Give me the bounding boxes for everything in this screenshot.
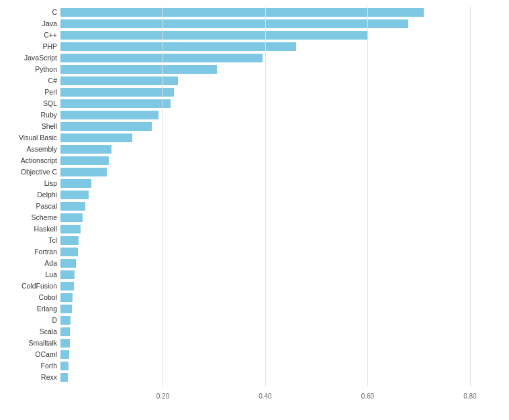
bar-label: Ruby — [40, 109, 57, 121]
bar-label: Smalltalk — [28, 337, 57, 349]
bar-row: C — [60, 7, 496, 18]
bar-label: Lisp — [44, 178, 57, 189]
bar-row: Cobol — [60, 292, 496, 303]
bar-row: Visual Basic — [60, 132, 496, 144]
x-axis-label-1: 0.40 — [259, 392, 271, 400]
bar-row: Java — [60, 18, 496, 30]
bar-row: JavaScript — [60, 52, 496, 64]
bar — [60, 293, 73, 302]
x-axis-label-2: 0.60 — [361, 392, 374, 400]
bar-row: C# — [60, 75, 496, 87]
bar-row: Smalltalk — [60, 337, 496, 349]
bar-row: D — [60, 315, 496, 326]
bar — [60, 76, 178, 85]
bar-row: Scheme — [60, 212, 496, 223]
bar-label: Java — [42, 18, 57, 30]
bar-label: C — [52, 7, 57, 18]
bar — [60, 179, 91, 188]
bar-label: C++ — [44, 30, 57, 41]
bar — [60, 156, 109, 165]
bar-row: Perl — [60, 87, 496, 98]
bar — [60, 327, 70, 336]
bar-row: Python — [60, 64, 496, 75]
bar-label: JavaScript — [24, 52, 57, 64]
bars-area: CJavaC++PHPJavaScriptPythonC#PerlSQLRuby… — [60, 7, 496, 386]
bar-label: Perl — [44, 87, 57, 98]
bar-label: Shell — [42, 121, 57, 132]
bar — [60, 65, 217, 74]
bar-label: Objective C — [21, 166, 57, 178]
bar-label: Assembly — [26, 144, 57, 155]
bar-label: Rexx — [41, 372, 57, 383]
bar-label: Ada — [44, 258, 57, 269]
bar — [60, 373, 68, 382]
bar-label: Pascal — [36, 201, 57, 212]
bar — [60, 134, 132, 142]
bar — [60, 54, 263, 62]
bar-label: OCaml — [35, 349, 57, 360]
bar — [60, 99, 171, 108]
bar-row: Erlang — [60, 303, 496, 315]
bar-label: Delphi — [37, 189, 57, 201]
bar-row: PHP — [60, 41, 496, 52]
bar — [60, 270, 75, 279]
bar — [60, 42, 296, 51]
bar-row: Actionscript — [60, 155, 496, 166]
bar — [60, 8, 424, 17]
bar-row: ColdFusion — [60, 280, 496, 292]
x-axis-label-3: 0.80 — [463, 392, 476, 400]
bar — [60, 350, 69, 359]
bar-row: C++ — [60, 30, 496, 41]
bar-row: Ruby — [60, 109, 496, 121]
bar — [60, 111, 158, 119]
x-axis: 0.200.400.600.80 — [60, 386, 496, 400]
bar-row: Pascal — [60, 201, 496, 212]
bar — [60, 339, 70, 348]
bar — [60, 248, 78, 256]
bar — [60, 213, 83, 222]
bar-row: Objective C — [60, 166, 496, 178]
bar — [60, 122, 152, 131]
bar — [60, 259, 76, 268]
bar-label: Haskell — [34, 223, 57, 235]
bar-label: Visual Basic — [19, 132, 57, 144]
bar-label: D — [52, 315, 57, 326]
bar-label: Scheme — [31, 212, 57, 223]
bar-label: Actionscript — [21, 155, 57, 166]
bar-label: PHP — [42, 41, 57, 52]
bar-row: Shell — [60, 121, 496, 132]
bar-label: Fortran — [34, 246, 57, 258]
bar — [60, 145, 111, 154]
bar-label: Lua — [45, 269, 57, 280]
bar-label: Python — [35, 64, 57, 75]
bar-row: Haskell — [60, 223, 496, 235]
bar — [60, 282, 74, 291]
bar-row: Lua — [60, 269, 496, 280]
bar — [60, 362, 68, 370]
bar — [60, 305, 72, 313]
bar-row: Rexx — [60, 372, 496, 383]
chart-container: CJavaC++PHPJavaScriptPythonC#PerlSQLRuby… — [0, 0, 509, 420]
bar-label: C# — [48, 75, 57, 87]
bar — [60, 19, 408, 28]
bar — [60, 202, 85, 211]
bar — [60, 225, 81, 233]
bar-row: SQL — [60, 98, 496, 109]
chart-area: CJavaC++PHPJavaScriptPythonC#PerlSQLRuby… — [60, 7, 496, 400]
bar — [60, 191, 89, 199]
bar-row: Lisp — [60, 178, 496, 189]
bar-label: Cobol — [39, 292, 57, 303]
bar-label: SQL — [43, 98, 57, 109]
bar-row: OCaml — [60, 349, 496, 360]
bar — [60, 88, 174, 97]
bar-label: Forth — [40, 360, 57, 372]
bar — [60, 316, 71, 325]
bar-row: Tcl — [60, 235, 496, 246]
bar — [60, 168, 107, 176]
x-axis-label-0: 0.20 — [156, 392, 169, 400]
bar-label: Scala — [40, 326, 57, 337]
bar-label: Tcl — [48, 235, 57, 246]
bar-row: Forth — [60, 360, 496, 372]
bar-row: Scala — [60, 326, 496, 337]
bar-row: Delphi — [60, 189, 496, 201]
